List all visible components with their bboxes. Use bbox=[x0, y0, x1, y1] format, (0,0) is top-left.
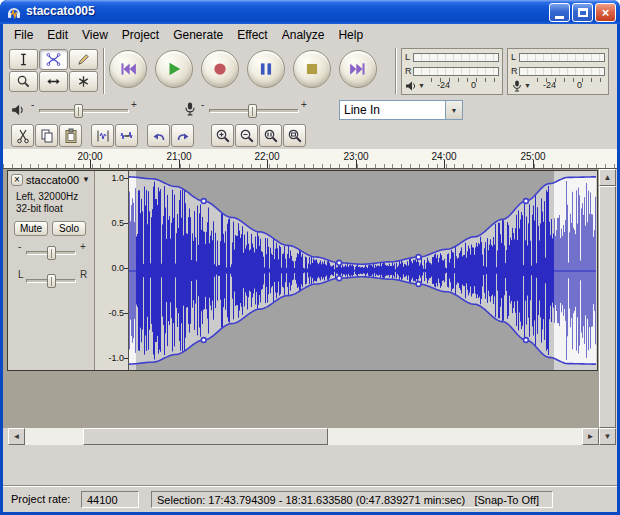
menu-effect[interactable]: Effect bbox=[230, 26, 274, 44]
vertical-ruler[interactable]: 1.0 0.5 0.0 -0.5 -1.0 bbox=[95, 171, 129, 370]
stop-button[interactable] bbox=[293, 50, 331, 88]
scroll-up-button[interactable]: ▲ bbox=[599, 169, 616, 186]
scissors-icon bbox=[15, 128, 31, 144]
draw-tool-button[interactable] bbox=[69, 49, 98, 70]
vruler-label: 0.5 bbox=[111, 218, 124, 228]
track-close-button[interactable]: × bbox=[11, 174, 23, 186]
zoom-in-icon bbox=[215, 128, 231, 144]
timeshift-tool-button[interactable] bbox=[39, 71, 68, 92]
menu-view[interactable]: View bbox=[75, 26, 115, 44]
input-meter-left-bar bbox=[519, 53, 605, 62]
paste-button[interactable] bbox=[59, 124, 82, 147]
menu-file[interactable]: File bbox=[7, 26, 40, 44]
fit-selection-button[interactable] bbox=[259, 124, 282, 147]
microphone-icon bbox=[511, 80, 523, 92]
gain-plus-label: + bbox=[80, 241, 86, 252]
input-meter-dropdown-icon[interactable]: ▼ bbox=[524, 82, 531, 89]
timeline-ruler[interactable]: 20:00 21:00 22:00 23:00 24:00 25:00 bbox=[3, 149, 617, 169]
cut-button[interactable] bbox=[11, 124, 34, 147]
skip-to-start-button[interactable] bbox=[109, 50, 147, 88]
output-meter-tick-low: -24 bbox=[437, 80, 450, 90]
speaker-icon bbox=[11, 103, 25, 117]
zoom-tool-button[interactable] bbox=[9, 71, 38, 92]
input-meter[interactable]: L R ▼ -24 0 bbox=[507, 48, 609, 95]
output-meter[interactable]: L R ▼ -24 0 bbox=[401, 48, 503, 95]
rewind-icon bbox=[119, 60, 137, 78]
fit-project-icon bbox=[287, 128, 303, 144]
gain-slider-thumb[interactable] bbox=[47, 246, 56, 260]
edit-toolbar bbox=[3, 123, 617, 149]
close-button[interactable]: × bbox=[595, 3, 616, 22]
pan-slider-thumb[interactable] bbox=[47, 274, 56, 288]
zoom-in-button[interactable] bbox=[211, 124, 234, 147]
input-source-dropdown-button[interactable]: ▼ bbox=[445, 101, 462, 119]
horizontal-scrollbar-thumb[interactable] bbox=[83, 428, 328, 445]
window-title: staccato005 bbox=[26, 4, 95, 18]
title-bar[interactable]: staccato005 × bbox=[0, 0, 620, 24]
solo-button[interactable]: Solo bbox=[52, 221, 86, 236]
close-icon: × bbox=[602, 5, 610, 20]
scroll-down-button[interactable]: ▼ bbox=[599, 428, 616, 445]
speaker-icon bbox=[405, 80, 417, 92]
zoom-out-icon bbox=[239, 128, 255, 144]
zoom-out-button[interactable] bbox=[235, 124, 258, 147]
magnifier-icon bbox=[16, 74, 31, 89]
mixer-toolbar: - + - + Line In ▼ bbox=[3, 97, 617, 123]
asterisk-icon bbox=[76, 74, 91, 89]
menu-analyze[interactable]: Analyze bbox=[275, 26, 332, 44]
vruler-tick bbox=[124, 313, 128, 314]
silence-button[interactable] bbox=[115, 124, 138, 147]
track-close-icon: × bbox=[14, 175, 20, 185]
envelope-tool-button[interactable] bbox=[39, 49, 68, 70]
microphone-icon bbox=[183, 102, 197, 116]
output-volume-plus-label: + bbox=[131, 99, 137, 110]
project-rate-label: Project rate: bbox=[11, 493, 70, 505]
copy-button[interactable] bbox=[35, 124, 58, 147]
paste-icon bbox=[63, 128, 79, 144]
output-meter-dropdown-icon[interactable]: ▼ bbox=[418, 82, 425, 89]
output-volume-slider-thumb[interactable] bbox=[74, 104, 83, 118]
scroll-right-button[interactable]: ► bbox=[582, 428, 599, 445]
horizontal-scrollbar[interactable]: ◄ ► bbox=[8, 428, 599, 445]
track-menu-dropdown-icon[interactable]: ▼ bbox=[82, 175, 90, 184]
arrow-left-icon: ◄ bbox=[13, 432, 21, 441]
silence-icon bbox=[119, 128, 135, 144]
selection-tool-button[interactable] bbox=[9, 49, 38, 70]
track-control-panel: × staccato00 ▼ Left, 32000Hz 32-bit floa… bbox=[8, 171, 95, 370]
minimize-icon bbox=[555, 16, 564, 19]
output-volume-slider[interactable] bbox=[39, 109, 129, 113]
undo-button[interactable] bbox=[147, 124, 170, 147]
menu-help[interactable]: Help bbox=[331, 26, 370, 44]
waveform-display[interactable] bbox=[129, 171, 596, 370]
vertical-scrollbar[interactable]: ▲ ▼ bbox=[599, 169, 616, 445]
skip-to-end-button[interactable] bbox=[339, 50, 377, 88]
pan-slider[interactable] bbox=[26, 279, 76, 283]
vruler-tick bbox=[124, 358, 128, 359]
menu-project[interactable]: Project bbox=[115, 26, 166, 44]
scroll-left-button[interactable]: ◄ bbox=[8, 428, 25, 445]
maximize-button[interactable] bbox=[572, 3, 593, 22]
menu-edit[interactable]: Edit bbox=[40, 26, 75, 44]
trim-button[interactable] bbox=[91, 124, 114, 147]
menu-generate[interactable]: Generate bbox=[166, 26, 230, 44]
mute-button[interactable]: Mute bbox=[14, 221, 48, 236]
play-button[interactable] bbox=[155, 50, 193, 88]
multi-tool-button[interactable] bbox=[69, 71, 98, 92]
output-meter-left-bar bbox=[413, 53, 499, 62]
input-meter-left-label: L bbox=[511, 52, 519, 62]
fit-project-button[interactable] bbox=[283, 124, 306, 147]
track-title: staccato00 bbox=[26, 174, 79, 186]
pause-button[interactable] bbox=[247, 50, 285, 88]
minimize-button[interactable] bbox=[549, 3, 570, 22]
track-format-info: Left, 32000Hz bbox=[16, 191, 78, 202]
record-button[interactable] bbox=[201, 50, 239, 88]
vertical-scrollbar-thumb[interactable] bbox=[599, 186, 616, 428]
vruler-label: 1.0 bbox=[111, 173, 124, 183]
input-source-select[interactable]: Line In ▼ bbox=[339, 100, 463, 120]
redo-button[interactable] bbox=[171, 124, 194, 147]
arrow-right-icon: ► bbox=[587, 432, 595, 441]
gain-slider[interactable] bbox=[26, 251, 76, 255]
input-volume-slider[interactable] bbox=[209, 109, 299, 113]
input-volume-slider-thumb[interactable] bbox=[248, 104, 257, 118]
output-meter-right-label: R bbox=[405, 66, 413, 76]
